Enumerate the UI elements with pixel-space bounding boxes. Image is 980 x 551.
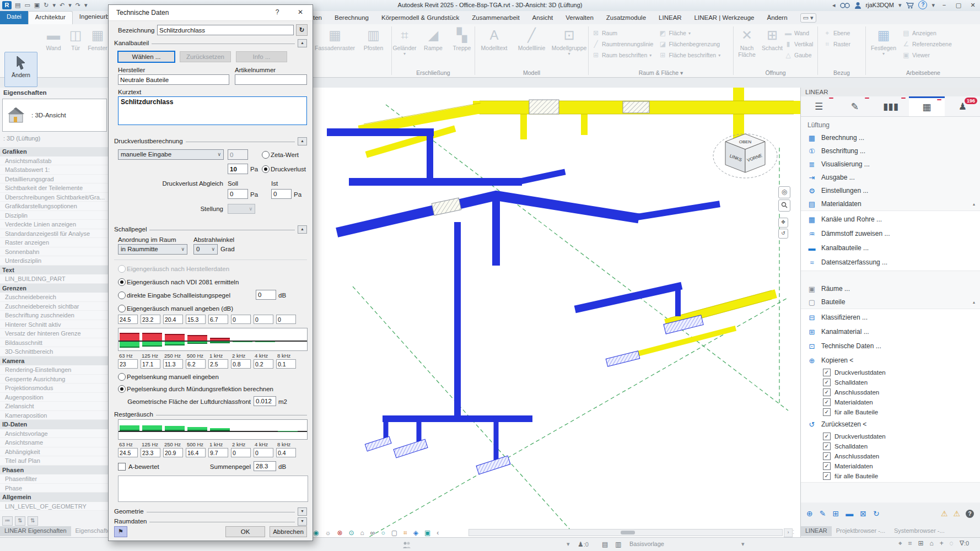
filter-icon[interactable]: ∇:0 xyxy=(960,539,969,547)
band-value-input[interactable] xyxy=(118,448,138,457)
tab-architektur[interactable]: Architektur xyxy=(28,11,73,24)
property-row[interactable]: LIN_LEVEL_OF_GEOMETRY xyxy=(0,502,110,511)
property-row[interactable]: Projektionsmodus xyxy=(0,383,110,393)
ribbon-tab[interactable]: Ansicht xyxy=(532,14,553,21)
ribbon-button[interactable]: ▦Fassadenraster xyxy=(317,27,353,64)
worksets-icon[interactable]: ▤ xyxy=(602,541,608,548)
dialog-help-icon[interactable]: ? xyxy=(273,8,282,16)
crop-view-icon[interactable]: ⊗ xyxy=(337,528,342,537)
direkteingabe-input[interactable] xyxy=(256,290,276,300)
ribbon-button[interactable]: ⌖Ebene xyxy=(823,29,865,37)
edit-part-icon[interactable]: ✎ xyxy=(820,509,826,518)
ribbon-tab[interactable]: Zusatzmodule xyxy=(606,14,646,21)
info-button[interactable]: Info ... xyxy=(236,51,287,62)
pegelsenkung-manuell-radio[interactable] xyxy=(118,373,126,381)
property-row[interactable]: Unterdisziplin xyxy=(0,256,110,266)
band-value-input[interactable] xyxy=(186,315,206,324)
reset-option-row[interactable]: ✓ Materialdaten xyxy=(801,461,980,471)
property-row[interactable]: Ansichtsname xyxy=(0,438,110,447)
menu-tab[interactable]: ☰ xyxy=(801,96,837,116)
steering-wheel-button[interactable]: ◎ xyxy=(778,186,790,198)
sort-desc-icon[interactable]: ⇅ xyxy=(28,516,38,526)
ribbon-button[interactable]: ◪Flächenbegrenzung xyxy=(659,40,722,48)
band-value-input[interactable] xyxy=(118,315,138,324)
signed-in-user[interactable]: rjaK3DQM xyxy=(866,2,894,8)
select-underlay-toggle[interactable]: ⌗ xyxy=(908,539,912,547)
property-row[interactable]: Maßstabswert 1: xyxy=(0,165,110,175)
band-value-input[interactable] xyxy=(208,359,228,369)
linear-menu-item[interactable]: ≈ Datensatzerfassung ... xyxy=(801,255,980,269)
view-selector[interactable]: : 3D (Lüftung) xyxy=(3,135,40,142)
panel-tab[interactable]: Systembrowser -... xyxy=(890,526,949,536)
library-tab[interactable]: ▮▮▮ xyxy=(873,96,908,116)
copy-option-row[interactable]: ✓ Schalldaten xyxy=(801,377,980,387)
help-icon[interactable]: ? xyxy=(918,1,927,9)
add-part-icon[interactable]: ⊕ xyxy=(806,509,813,518)
ribbon-tab[interactable]: LINEAR xyxy=(659,14,682,21)
scroll-right-arrow[interactable]: › xyxy=(784,528,793,537)
ribbon-button[interactable]: ╱Raumtrennungslinie xyxy=(592,40,655,48)
band-value-input[interactable] xyxy=(141,315,160,324)
zeta-radio[interactable] xyxy=(262,151,270,159)
property-row[interactable]: Phasen xyxy=(0,466,110,475)
delete-duct-icon[interactable]: ⊠ xyxy=(860,509,866,518)
ribbon-button[interactable]: ╱Modelllinie xyxy=(515,27,549,64)
editable-only-toggle[interactable]: ♟:0 xyxy=(578,541,589,548)
property-row[interactable]: Bildausschnitt xyxy=(0,338,110,348)
select-links-toggle[interactable]: ⌖ xyxy=(898,539,902,547)
band-value-input[interactable] xyxy=(254,359,273,369)
temporary-view-icon[interactable]: ▢ xyxy=(391,528,397,537)
silencer-component[interactable] xyxy=(623,101,649,113)
herstellerdaten-radio[interactable] xyxy=(118,265,126,273)
kurztext-input[interactable]: Schlitzdurchlass xyxy=(118,96,307,125)
property-row[interactable]: Verdeckte Linien anzeigen xyxy=(0,220,110,229)
pan-button[interactable]: ✥ xyxy=(778,218,788,228)
lock-view-icon[interactable]: ⌂ xyxy=(360,528,364,537)
ribbon-button[interactable]: ▮Vertikal xyxy=(784,40,813,48)
ribbon-button[interactable]: ◩Fläche▾ xyxy=(659,29,722,37)
linear-menu-item[interactable]: ⇥ Ausgabe ... xyxy=(801,171,980,184)
ribbon-display-toggle[interactable]: ▭ ▾ xyxy=(800,13,816,23)
copy-option-row[interactable]: ✓ Materialdaten xyxy=(801,397,980,407)
property-row[interactable]: Grafikdarstellungsoptionen xyxy=(0,202,110,211)
ribbon-button[interactable]: ⌗Raster xyxy=(823,40,865,48)
ribbon-button[interactable]: ⊞Schacht xyxy=(761,27,783,64)
ribbon-tab[interactable]: Körpermodell & Grundstück xyxy=(381,14,459,21)
horizontal-scrollbar[interactable] xyxy=(469,529,783,536)
zoom-button[interactable] xyxy=(778,199,790,212)
ribbon-button[interactable]: ▦ Fenster xyxy=(89,27,106,64)
filter-icon[interactable]: ≔ xyxy=(2,516,13,526)
show-crop-icon[interactable]: ⊙ xyxy=(349,528,354,537)
abbrechen-button[interactable]: Abbrechen xyxy=(270,526,307,537)
tab-datei[interactable]: Datei xyxy=(0,11,28,24)
linear-menu-item[interactable]: ▦ Berechnung ... xyxy=(801,131,980,144)
summenpegel-input[interactable] xyxy=(254,461,276,471)
ribbon-button[interactable]: ◢Rampe xyxy=(421,27,446,64)
show-duct-icon[interactable]: ▬ xyxy=(846,509,853,518)
ribbon-tab[interactable]: Zusammenarbeit xyxy=(472,14,519,21)
linear-menu-item[interactable]: ⚙ Einstellungen ... xyxy=(801,184,980,197)
zeta-input[interactable] xyxy=(228,149,248,160)
ribbon-button[interactable]: AModelltext xyxy=(477,27,511,64)
collapse-kanalbauteil-icon[interactable]: ▲ xyxy=(298,39,307,47)
property-row[interactable]: Beschriftung zuschneiden xyxy=(0,311,110,320)
expand-raumdaten-icon[interactable]: ▼ xyxy=(298,517,307,526)
checkbox-checked-icon[interactable]: ✓ xyxy=(823,379,831,386)
band-value-input[interactable] xyxy=(254,315,273,324)
linear-menu-item[interactable]: ① Beschriftung ... xyxy=(801,144,980,158)
ribbon-tab[interactable]: Berechnung xyxy=(335,14,369,21)
user-icon[interactable] xyxy=(854,2,861,9)
copy-option-row[interactable]: ✓ Anschlussdaten xyxy=(801,387,980,397)
checkbox-checked-icon[interactable]: ✓ xyxy=(823,433,831,440)
constraints-icon[interactable]: ▣ xyxy=(424,528,430,537)
checkbox-checked-icon[interactable]: ✓ xyxy=(823,369,831,376)
calculation-tab[interactable]: ▦ xyxy=(909,96,945,116)
ribbon-button[interactable]: ◫ Tür xyxy=(67,27,84,64)
reset-option-row[interactable]: ✓ für alle Bauteile xyxy=(801,471,980,481)
druckverlust-mode-dropdown[interactable]: manuelle Eingabe∨ xyxy=(118,149,224,160)
shadows-icon[interactable]: ☼ xyxy=(325,528,331,537)
band-value-input[interactable] xyxy=(163,448,183,457)
property-row[interactable]: Text xyxy=(0,266,110,275)
group-label[interactable]: Erschließung xyxy=(392,69,475,76)
linear-menu-item[interactable]: ▦ Kanäle und Rohre ... xyxy=(801,212,980,226)
